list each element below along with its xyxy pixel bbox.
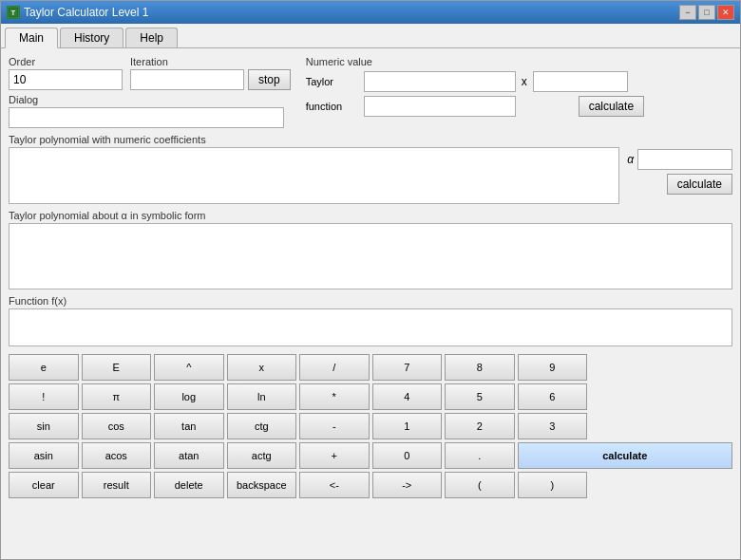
calc-ln[interactable]: ln [227,383,297,410]
maximize-button[interactable]: □ [698,5,715,20]
calc-right-arrow[interactable]: -> [372,472,443,498]
calc-x[interactable]: x [227,354,297,381]
calc-3[interactable]: 3 [518,413,588,439]
calc-minus[interactable]: - [299,413,370,439]
iteration-label: Iteration [130,56,291,67]
calc-0[interactable]: 0 [372,442,443,469]
calc-9[interactable]: 9 [518,354,588,381]
poly-numeric-box [9,147,619,204]
dialog-label: Dialog [9,94,291,105]
calc-calculate[interactable]: calculate [518,442,733,469]
taylor-label: Taylor [306,76,358,87]
calc-multiply[interactable]: * [299,383,370,410]
calc-6[interactable]: 6 [518,383,588,410]
calc-clear[interactable]: clear [9,472,79,498]
calc-8[interactable]: 8 [445,354,515,381]
x-input[interactable] [533,71,628,92]
calc-7[interactable]: 7 [372,354,443,381]
poly-symbolic-section: Taylor polynomial about α in symbolic fo… [9,210,732,289]
calc-1[interactable]: 1 [372,413,443,439]
calc-left-arrow[interactable]: <- [299,472,370,498]
dialog-input[interactable] [9,107,284,128]
calculator-grid: e E ^ x / 7 8 9 ! π log ln * 4 5 6 [9,354,732,498]
calc-power[interactable]: ^ [154,354,224,381]
tab-help[interactable]: Help [125,28,178,47]
poly-numeric-section: Taylor polynomial with numeric coefficie… [9,134,732,204]
calc-2[interactable]: 2 [445,413,515,439]
calc-4[interactable]: 4 [372,383,443,410]
dialog-group: Dialog [9,94,291,128]
tab-history[interactable]: History [60,28,124,47]
numeric-section: Numeric value Taylor x function calculat… [306,56,644,117]
function-input[interactable] [364,96,516,117]
numeric-label: Numeric value [306,56,644,67]
function-label: function [306,101,358,112]
calc-dot[interactable]: . [445,442,515,469]
calc-delete[interactable]: delete [154,472,224,498]
iteration-input[interactable] [130,69,244,90]
calc-E[interactable]: E [82,354,152,381]
app-icon: T [7,6,20,19]
tab-main[interactable]: Main [5,28,58,48]
main-content: Order Iteration stop Dialog [1,48,740,559]
calculate-button-1[interactable]: calculate [579,96,644,117]
stop-button[interactable]: stop [248,69,291,90]
calc-atan[interactable]: atan [154,442,224,469]
title-bar-left: T Taylor Calculator Level 1 [7,6,148,19]
iteration-group: Iteration stop [130,56,291,90]
calculate-button-2[interactable]: calculate [667,174,732,195]
main-window: T Taylor Calculator Level 1 − □ ✕ Main H… [0,0,741,560]
order-group: Order [9,56,123,90]
calc-asin[interactable]: asin [9,442,79,469]
calc-ctg[interactable]: ctg [227,413,297,439]
calc-cos[interactable]: cos [82,413,152,439]
calc-backspace[interactable]: backspace [227,472,297,498]
window-title: Taylor Calculator Level 1 [24,6,148,19]
calc-log[interactable]: log [154,383,224,410]
calc-5[interactable]: 5 [445,383,515,410]
alpha-input[interactable] [637,149,732,170]
calc-pi[interactable]: π [82,383,152,410]
calc-tan[interactable]: tan [154,413,224,439]
calc-open-paren[interactable]: ( [445,472,515,498]
poly-numeric-label: Taylor polynomial with numeric coefficie… [9,134,619,145]
fx-section: Function f(x) [9,295,732,346]
calc-actg[interactable]: actg [227,442,297,469]
title-bar: T Taylor Calculator Level 1 − □ ✕ [1,1,740,24]
svg-text:T: T [11,9,16,16]
calc-close-paren[interactable]: ) [518,472,588,498]
calc-e[interactable]: e [9,354,79,381]
x-label: x [522,75,527,88]
alpha-label: α [627,153,634,166]
fx-label: Function f(x) [9,295,732,307]
close-button[interactable]: ✕ [717,5,734,20]
taylor-input[interactable] [364,71,516,92]
order-label: Order [9,56,123,67]
order-input[interactable] [9,69,123,90]
poly-symbolic-box [9,223,732,289]
calc-sin[interactable]: sin [9,413,79,439]
calc-divide[interactable]: / [299,354,370,381]
poly-symbolic-label: Taylor polynomial about α in symbolic fo… [9,210,732,221]
minimize-button[interactable]: − [679,5,696,20]
calc-factorial[interactable]: ! [9,383,79,410]
calc-acos[interactable]: acos [82,442,152,469]
fx-box [9,308,732,346]
window-controls: − □ ✕ [679,5,734,20]
calc-result[interactable]: result [82,472,152,498]
tab-bar: Main History Help [1,24,740,48]
calc-plus[interactable]: + [299,442,370,469]
